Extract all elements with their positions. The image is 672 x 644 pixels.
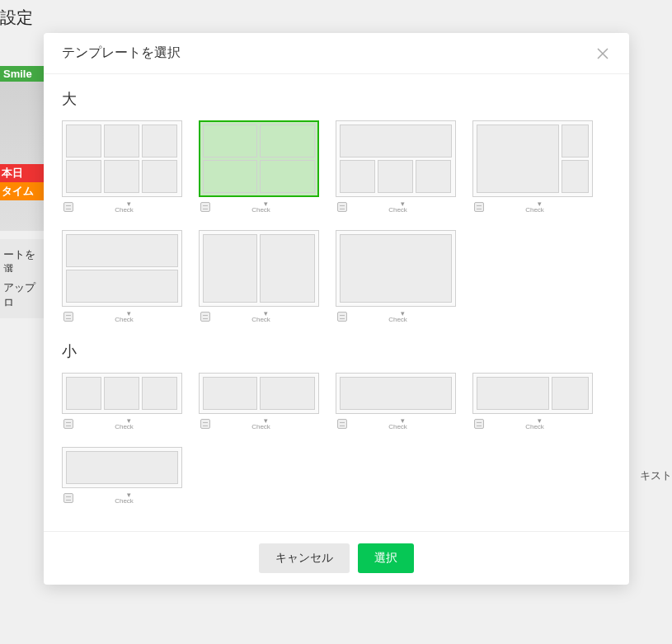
- template-preview: [336, 120, 456, 197]
- template-footer: ▾ Check: [199, 414, 319, 430]
- list-icon: [337, 202, 347, 212]
- template-select-modal: テンプレートを選択 大 ▾ Check: [44, 33, 629, 585]
- check-label: Check: [215, 423, 317, 430]
- list-icon: [200, 312, 210, 322]
- list-icon: [63, 312, 73, 322]
- template-small-2[interactable]: ▾ Check: [199, 373, 319, 430]
- check-label: Check: [215, 316, 317, 323]
- template-preview: [62, 447, 182, 488]
- check-label: Check: [78, 316, 181, 323]
- template-footer: ▾ Check: [199, 197, 319, 214]
- select-button[interactable]: 選択: [358, 543, 414, 573]
- template-preview: [336, 373, 456, 414]
- modal-overlay: テンプレートを選択 大 ▾ Check: [0, 0, 672, 644]
- template-grid-small: ▾ Check ▾ Check: [62, 373, 611, 505]
- template-preview: [62, 230, 182, 307]
- list-icon: [337, 312, 347, 322]
- list-icon: [474, 202, 484, 212]
- template-large-2[interactable]: ▾ Check: [199, 120, 319, 214]
- template-small-1[interactable]: ▾ Check: [62, 373, 182, 430]
- check-label: Check: [489, 206, 591, 214]
- check-label: Check: [78, 423, 181, 430]
- template-footer: ▾ Check: [472, 197, 593, 214]
- template-large-7[interactable]: ▾ Check: [336, 230, 456, 323]
- section-heading-large: 大: [62, 89, 611, 109]
- check-label: Check: [78, 497, 181, 505]
- template-footer: ▾ Check: [62, 488, 182, 505]
- list-icon: [337, 419, 347, 429]
- template-footer: ▾ Check: [62, 307, 182, 323]
- template-preview: [62, 373, 182, 414]
- template-large-5[interactable]: ▾ Check: [62, 230, 182, 323]
- template-footer: ▾ Check: [336, 307, 456, 323]
- list-icon: [200, 419, 210, 429]
- template-footer: ▾ Check: [199, 307, 319, 323]
- check-label: Check: [352, 316, 454, 323]
- template-grid-large: ▾ Check ▾ Check: [62, 120, 611, 323]
- list-icon: [63, 419, 73, 429]
- list-icon: [200, 202, 210, 212]
- template-preview: [199, 373, 319, 414]
- modal-header: テンプレートを選択: [44, 33, 629, 74]
- check-label: Check: [489, 423, 591, 430]
- template-large-6[interactable]: ▾ Check: [199, 230, 319, 323]
- template-footer: ▾ Check: [62, 197, 182, 214]
- template-preview: [199, 230, 319, 307]
- template-footer: ▾ Check: [336, 197, 456, 214]
- template-small-5[interactable]: ▾ Check: [62, 447, 182, 505]
- check-label: Check: [352, 423, 454, 430]
- template-preview: [472, 120, 593, 197]
- template-preview: [199, 120, 319, 197]
- cancel-button[interactable]: キャンセル: [259, 543, 350, 573]
- check-label: Check: [352, 206, 454, 214]
- modal-title: テンプレートを選択: [62, 45, 181, 62]
- template-footer: ▾ Check: [336, 414, 456, 430]
- template-large-1[interactable]: ▾ Check: [62, 120, 182, 214]
- template-preview: [472, 373, 593, 414]
- check-label: Check: [78, 206, 181, 214]
- template-large-3[interactable]: ▾ Check: [336, 120, 456, 214]
- modal-footer: キャンセル 選択: [44, 531, 629, 585]
- template-small-4[interactable]: ▾ Check: [472, 373, 593, 430]
- template-small-3[interactable]: ▾ Check: [336, 373, 456, 430]
- modal-body: 大 ▾ Check: [44, 74, 629, 531]
- template-large-4[interactable]: ▾ Check: [472, 120, 593, 214]
- list-icon: [474, 419, 484, 429]
- list-icon: [63, 493, 73, 503]
- check-label: Check: [215, 206, 317, 214]
- template-footer: ▾ Check: [62, 414, 182, 430]
- section-heading-small: 小: [62, 341, 611, 361]
- template-preview: [336, 230, 456, 307]
- template-preview: [62, 120, 182, 197]
- close-icon[interactable]: [594, 45, 611, 62]
- template-footer: ▾ Check: [472, 414, 593, 430]
- list-icon: [63, 202, 73, 212]
